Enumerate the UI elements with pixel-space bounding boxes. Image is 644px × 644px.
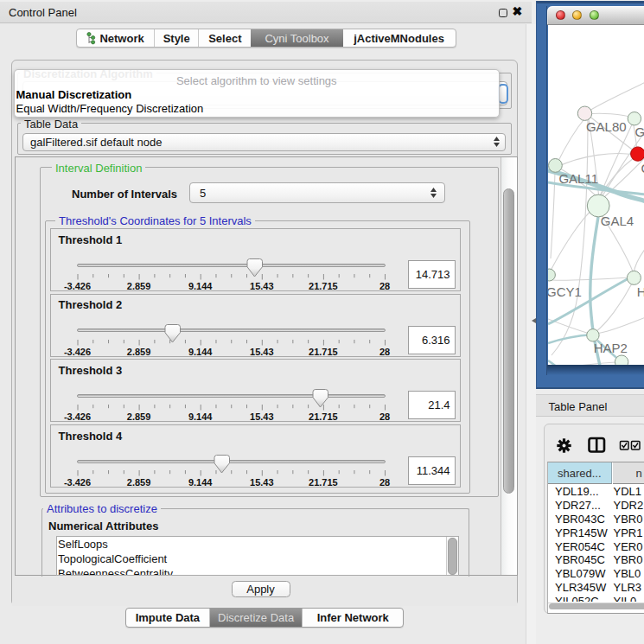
svg-text:HAP2: HAP2 [593,340,627,354]
svg-text:GAL4: GAL4 [600,214,633,228]
svg-text:C: C [641,161,644,175]
svg-text:GCY1: GCY1 [548,284,582,298]
svg-text:GAL11: GAL11 [558,171,598,186]
svg-text:H: H [636,284,644,298]
svg-text:GAL80: GAL80 [585,118,626,133]
svg-text:G.: G. [634,124,644,139]
